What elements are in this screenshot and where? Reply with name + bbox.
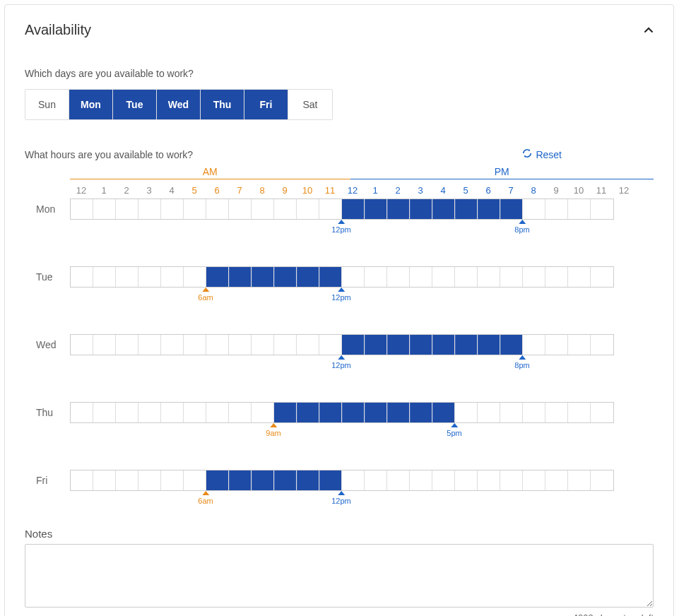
time-cell[interactable] [523, 199, 545, 219]
slider-handle-start[interactable]: 6am [198, 491, 213, 505]
time-cell[interactable] [591, 199, 613, 219]
time-cell[interactable] [71, 199, 93, 219]
time-cell[interactable] [138, 199, 161, 219]
time-cell[interactable] [432, 470, 455, 490]
time-cell[interactable] [161, 403, 184, 422]
slider-handle-end[interactable]: 8pm [514, 220, 529, 234]
time-cell[interactable] [161, 335, 184, 355]
time-cell[interactable] [319, 403, 342, 422]
day-button-sun[interactable]: Sun [25, 90, 69, 119]
time-slider[interactable] [70, 334, 614, 355]
time-cell[interactable] [455, 403, 478, 422]
time-cell[interactable] [545, 267, 568, 287]
time-cell[interactable] [432, 199, 455, 219]
time-cell[interactable] [138, 403, 161, 422]
time-cell[interactable] [274, 335, 297, 355]
time-cell[interactable] [365, 199, 387, 219]
time-cell[interactable] [387, 199, 410, 219]
time-cell[interactable] [500, 267, 523, 287]
time-cell[interactable] [274, 199, 297, 219]
time-cell[interactable] [410, 403, 432, 422]
time-cell[interactable] [478, 267, 500, 287]
time-cell[interactable] [71, 267, 93, 287]
time-cell[interactable] [387, 470, 410, 490]
time-cell[interactable] [252, 199, 274, 219]
time-cell[interactable] [116, 335, 138, 355]
time-cell[interactable] [184, 267, 206, 287]
time-cell[interactable] [93, 335, 116, 355]
slider-handle-start[interactable]: 6am [198, 288, 213, 302]
time-cell[interactable] [365, 470, 387, 490]
time-cell[interactable] [545, 335, 568, 355]
time-cell[interactable] [297, 335, 319, 355]
time-cell[interactable] [297, 267, 319, 287]
collapse-icon[interactable] [644, 25, 654, 35]
time-cell[interactable] [229, 470, 252, 490]
time-slider[interactable] [70, 199, 614, 220]
time-cell[interactable] [545, 470, 568, 490]
time-cell[interactable] [568, 403, 591, 422]
day-button-thu[interactable]: Thu [201, 90, 244, 119]
time-cell[interactable] [274, 267, 297, 287]
time-cell[interactable] [138, 267, 161, 287]
time-cell[interactable] [387, 267, 410, 287]
time-cell[interactable] [138, 335, 161, 355]
time-cell[interactable] [387, 335, 410, 355]
time-cell[interactable] [297, 470, 319, 490]
time-cell[interactable] [568, 199, 591, 219]
time-cell[interactable] [545, 403, 568, 422]
time-cell[interactable] [116, 199, 138, 219]
time-cell[interactable] [274, 470, 297, 490]
time-cell[interactable] [342, 403, 365, 422]
time-cell[interactable] [206, 267, 229, 287]
time-cell[interactable] [252, 267, 274, 287]
day-button-mon[interactable]: Mon [69, 90, 113, 119]
time-cell[interactable] [229, 403, 252, 422]
time-cell[interactable] [252, 470, 274, 490]
time-cell[interactable] [116, 267, 138, 287]
time-cell[interactable] [500, 403, 523, 422]
time-cell[interactable] [93, 403, 116, 422]
time-cell[interactable] [410, 199, 432, 219]
time-cell[interactable] [455, 335, 478, 355]
time-cell[interactable] [478, 199, 500, 219]
time-cell[interactable] [229, 267, 252, 287]
time-cell[interactable] [591, 267, 613, 287]
time-cell[interactable] [591, 403, 613, 422]
time-cell[interactable] [342, 267, 365, 287]
time-cell[interactable] [365, 335, 387, 355]
time-cell[interactable] [455, 199, 478, 219]
time-cell[interactable] [71, 403, 93, 422]
time-cell[interactable] [138, 470, 161, 490]
time-cell[interactable] [342, 335, 365, 355]
time-slider[interactable] [70, 470, 614, 491]
time-cell[interactable] [591, 470, 613, 490]
slider-handle-end[interactable]: 5pm [447, 423, 461, 437]
time-cell[interactable] [319, 335, 342, 355]
time-cell[interactable] [523, 403, 545, 422]
time-cell[interactable] [161, 267, 184, 287]
time-cell[interactable] [455, 267, 478, 287]
time-cell[interactable] [365, 267, 387, 287]
time-cell[interactable] [206, 199, 229, 219]
time-cell[interactable] [500, 470, 523, 490]
day-button-wed[interactable]: Wed [157, 90, 201, 119]
time-cell[interactable] [184, 470, 206, 490]
time-cell[interactable] [500, 199, 523, 219]
time-cell[interactable] [342, 199, 365, 219]
time-slider[interactable] [70, 266, 614, 288]
time-cell[interactable] [410, 470, 432, 490]
time-cell[interactable] [319, 267, 342, 287]
time-cell[interactable] [229, 335, 252, 355]
time-cell[interactable] [342, 470, 365, 490]
time-cell[interactable] [229, 199, 252, 219]
time-cell[interactable] [432, 267, 455, 287]
slider-handle-end[interactable]: 12pm [331, 288, 351, 302]
time-cell[interactable] [274, 403, 297, 422]
time-cell[interactable] [71, 335, 93, 355]
time-cell[interactable] [252, 335, 274, 355]
slider-handle-end[interactable]: 12pm [331, 491, 351, 505]
time-cell[interactable] [71, 470, 93, 490]
time-cell[interactable] [478, 403, 500, 422]
time-cell[interactable] [591, 335, 613, 355]
